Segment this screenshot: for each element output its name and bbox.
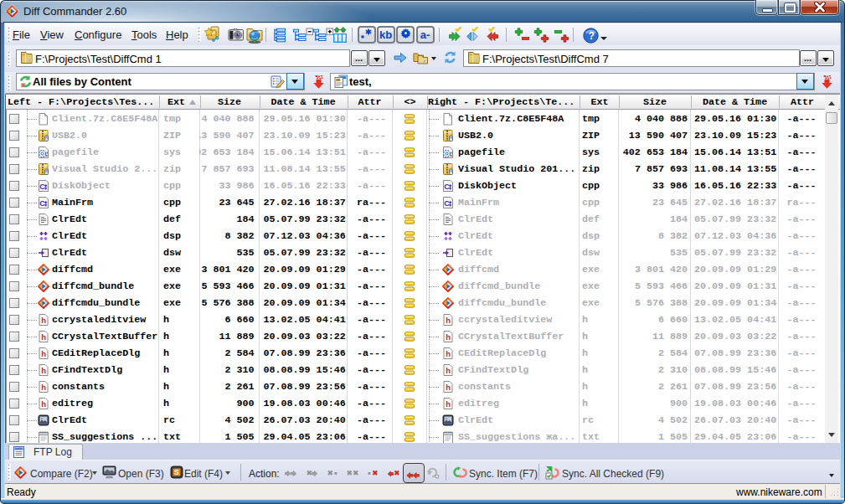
svg-text:h: h: [41, 316, 46, 325]
svg-text:h: h: [41, 349, 46, 358]
svg-text:h: h: [446, 316, 451, 325]
svg-text:?: ?: [588, 30, 594, 42]
svg-text:h: h: [446, 383, 451, 392]
svg-text:h: h: [41, 399, 46, 409]
svg-text:h: h: [446, 399, 451, 409]
svg-text:S: S: [174, 468, 179, 476]
svg-text:C: C: [39, 182, 45, 190]
svg-text:C: C: [444, 198, 450, 207]
svg-text:C: C: [39, 198, 45, 207]
svg-text:h: h: [41, 332, 46, 342]
svg-text:h: h: [41, 383, 46, 392]
svg-text:C: C: [444, 182, 450, 190]
svg-text:h: h: [446, 366, 451, 375]
svg-text:h: h: [446, 332, 451, 342]
svg-text:h: h: [41, 366, 46, 375]
svg-text:h: h: [446, 349, 451, 358]
